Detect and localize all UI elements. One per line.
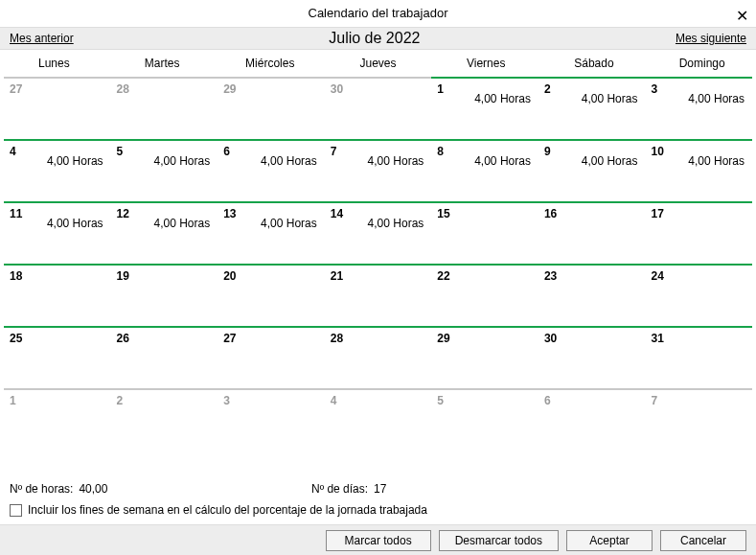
calendar-day[interactable]: 15	[431, 201, 538, 264]
day-number: 7	[331, 145, 337, 158]
calendar-day[interactable]: 6	[538, 388, 646, 451]
day-number: 23	[544, 269, 557, 283]
day-number: 31	[651, 332, 663, 345]
day-number: 8	[437, 145, 444, 158]
weekday-label: Sábado	[540, 57, 649, 70]
calendar-day[interactable]: 31	[645, 326, 752, 388]
day-number: 5	[117, 145, 124, 158]
day-hours: 4,00 Horas	[688, 92, 745, 105]
days-label: Nº de días:	[311, 482, 368, 496]
worker-calendar-dialog: Calendario del trabajador ✕ Mes anterior…	[0, 0, 756, 555]
day-number: 28	[117, 82, 129, 96]
calendar-day[interactable]: 84,00 Horas	[431, 139, 538, 201]
calendar-day[interactable]: 28	[325, 326, 432, 388]
day-number: 18	[10, 269, 22, 283]
day-number: 2	[117, 394, 124, 407]
day-hours: 4,00 Horas	[368, 217, 424, 230]
calendar-day[interactable]: 30	[325, 77, 432, 139]
calendar-day[interactable]: 3	[218, 388, 325, 451]
calendar-day[interactable]: 34,00 Horas	[645, 77, 752, 139]
cancel-button[interactable]: Cancelar	[660, 530, 746, 551]
day-number: 1	[10, 394, 16, 407]
calendar-day[interactable]: 20	[218, 264, 325, 326]
calendar-day[interactable]: 28	[111, 77, 218, 139]
hours-label: Nº de horas:	[10, 482, 73, 496]
calendar-day[interactable]: 1	[4, 388, 111, 451]
calendar-day[interactable]: 30	[538, 326, 646, 388]
day-hours: 4,00 Horas	[153, 154, 210, 168]
day-number: 15	[437, 207, 449, 220]
next-month-link[interactable]: Mes siguiente	[676, 32, 746, 45]
day-number: 6	[544, 394, 551, 407]
calendar-day[interactable]: 134,00 Horas	[218, 201, 325, 264]
calendar-day[interactable]: 64,00 Horas	[218, 139, 325, 201]
accept-button[interactable]: Aceptar	[566, 530, 653, 551]
day-number: 26	[117, 332, 129, 345]
day-hours: 4,00 Horas	[582, 92, 638, 105]
day-number: 16	[544, 207, 557, 220]
calendar-day[interactable]: 23	[538, 264, 646, 326]
calendar-day[interactable]: 19	[111, 264, 218, 326]
calendar-day[interactable]: 124,00 Horas	[111, 201, 218, 264]
day-hours: 4,00 Horas	[582, 154, 638, 168]
month-title: Julio de 2022	[329, 30, 420, 47]
weekday-label: Viernes	[432, 57, 540, 70]
calendar-day[interactable]: 44,00 Horas	[4, 139, 111, 201]
mark-all-button[interactable]: Marcar todos	[326, 530, 431, 551]
calendar-day[interactable]: 24,00 Horas	[538, 77, 646, 139]
calendar-day[interactable]: 21	[325, 264, 432, 326]
calendar-week: 25262728293031	[4, 326, 752, 388]
calendar-day[interactable]: 29	[431, 326, 538, 388]
day-hours: 4,00 Horas	[261, 154, 317, 168]
calendar-day[interactable]: 2	[111, 388, 218, 451]
calendar-day[interactable]: 27	[4, 77, 111, 139]
day-hours: 4,00 Horas	[474, 154, 531, 168]
calendar-day[interactable]: 14,00 Horas	[431, 77, 538, 139]
calendar-week: 18192021222324	[4, 264, 752, 326]
day-hours: 4,00 Horas	[474, 92, 531, 105]
include-weekends-checkbox[interactable]	[10, 504, 22, 517]
day-hours: 4,00 Horas	[368, 154, 424, 168]
day-number: 19	[117, 269, 129, 283]
day-number: 11	[10, 207, 22, 220]
calendar-day[interactable]: 4	[325, 388, 432, 451]
calendar-day[interactable]: 5	[431, 388, 538, 451]
day-number: 6	[223, 145, 230, 158]
calendar-day[interactable]: 27	[218, 326, 325, 388]
calendar-week: 114,00 Horas124,00 Horas134,00 Horas144,…	[4, 201, 752, 264]
calendar-day[interactable]: 22	[431, 264, 538, 326]
day-number: 5	[437, 394, 444, 407]
calendar-day[interactable]: 7	[645, 388, 752, 451]
day-number: 29	[437, 332, 449, 345]
calendar-day[interactable]: 94,00 Horas	[538, 139, 646, 201]
unmark-all-button[interactable]: Desmarcar todos	[439, 530, 559, 551]
calendar-day[interactable]: 144,00 Horas	[325, 201, 432, 264]
day-number: 17	[651, 207, 663, 220]
day-number: 30	[331, 82, 343, 96]
close-icon[interactable]: ✕	[736, 3, 748, 30]
calendar-day[interactable]: 17	[645, 201, 752, 264]
calendar-day[interactable]: 24	[645, 264, 752, 326]
day-number: 14	[331, 207, 343, 220]
calendar-day[interactable]: 114,00 Horas	[4, 201, 111, 264]
calendar-day[interactable]: 18	[4, 264, 111, 326]
titlebar: Calendario del trabajador ✕	[0, 0, 756, 27]
calendar-day[interactable]: 26	[111, 326, 218, 388]
calendar-day[interactable]: 25	[4, 326, 111, 388]
calendar-day[interactable]: 74,00 Horas	[325, 139, 432, 201]
day-hours: 4,00 Horas	[47, 217, 103, 230]
day-number: 27	[10, 82, 22, 96]
weekday-header: Lunes Martes Miércoles Jueves Viernes Sá…	[0, 50, 756, 77]
day-number: 10	[651, 145, 663, 158]
weekday-label: Martes	[108, 57, 217, 70]
day-number: 25	[10, 332, 22, 345]
weekday-label: Miércoles	[216, 57, 324, 70]
calendar-day[interactable]: 29	[218, 77, 325, 139]
calendar-day[interactable]: 54,00 Horas	[111, 139, 218, 201]
day-number: 3	[651, 82, 657, 96]
calendar-day[interactable]: 104,00 Horas	[645, 139, 752, 201]
calendar-day[interactable]: 16	[538, 201, 646, 264]
prev-month-link[interactable]: Mes anterior	[10, 32, 74, 45]
day-number: 28	[331, 332, 343, 345]
day-number: 7	[651, 394, 657, 407]
